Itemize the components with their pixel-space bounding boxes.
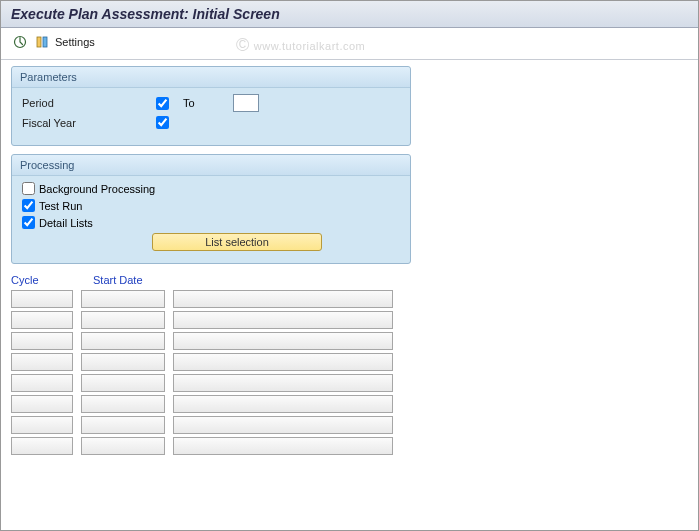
parameters-title: Parameters	[12, 67, 410, 88]
title-bar: Execute Plan Assessment: Initial Screen	[1, 1, 698, 28]
execute-icon[interactable]	[11, 33, 29, 51]
cycle-input[interactable]	[11, 290, 73, 308]
period-checkbox[interactable]	[156, 97, 169, 110]
page-title: Execute Plan Assessment: Initial Screen	[11, 6, 688, 22]
startdate-input[interactable]	[81, 437, 165, 455]
fiscal-year-label: Fiscal Year	[22, 117, 152, 129]
desc-input[interactable]	[173, 437, 393, 455]
cycle-input[interactable]	[11, 374, 73, 392]
desc-input[interactable]	[173, 353, 393, 371]
period-to-input[interactable]	[233, 94, 259, 112]
desc-input[interactable]	[173, 290, 393, 308]
processing-title: Processing	[12, 155, 410, 176]
svg-rect-2	[43, 37, 47, 47]
settings-icon[interactable]	[33, 33, 51, 51]
processing-group: Processing Background Processing Test Ru…	[11, 154, 411, 264]
testrun-checkbox[interactable]	[22, 199, 35, 212]
cycle-input[interactable]	[11, 332, 73, 350]
grid-body	[11, 290, 688, 455]
testrun-label: Test Run	[39, 200, 82, 212]
detail-row: Detail Lists	[22, 216, 400, 229]
cycle-input[interactable]	[11, 311, 73, 329]
startdate-input[interactable]	[81, 311, 165, 329]
table-row	[11, 416, 688, 434]
cycle-input[interactable]	[11, 353, 73, 371]
startdate-input[interactable]	[81, 395, 165, 413]
cycle-input[interactable]	[11, 395, 73, 413]
to-label: To	[183, 97, 195, 109]
table-row	[11, 437, 688, 455]
table-row	[11, 374, 688, 392]
desc-input[interactable]	[173, 332, 393, 350]
background-label: Background Processing	[39, 183, 155, 195]
desc-input[interactable]	[173, 416, 393, 434]
content-area: Parameters Period To Fiscal Year Process…	[1, 60, 698, 464]
table-row	[11, 311, 688, 329]
startdate-input[interactable]	[81, 374, 165, 392]
background-checkbox[interactable]	[22, 182, 35, 195]
parameters-group: Parameters Period To Fiscal Year	[11, 66, 411, 146]
desc-input[interactable]	[173, 395, 393, 413]
desc-input[interactable]	[173, 311, 393, 329]
table-row	[11, 332, 688, 350]
desc-input[interactable]	[173, 374, 393, 392]
detail-label: Detail Lists	[39, 217, 93, 229]
period-row: Period To	[22, 94, 400, 112]
list-selection-button[interactable]: List selection	[152, 233, 322, 251]
testrun-row: Test Run	[22, 199, 400, 212]
startdate-input[interactable]	[81, 416, 165, 434]
detail-checkbox[interactable]	[22, 216, 35, 229]
startdate-input[interactable]	[81, 353, 165, 371]
startdate-input[interactable]	[81, 290, 165, 308]
svg-rect-1	[37, 37, 41, 47]
cycle-header: Cycle	[11, 274, 73, 286]
background-row: Background Processing	[22, 182, 400, 195]
cycle-input[interactable]	[11, 416, 73, 434]
grid-headers: Cycle Start Date	[11, 272, 688, 290]
table-row	[11, 290, 688, 308]
toolbar: Settings	[1, 28, 698, 60]
table-row	[11, 353, 688, 371]
startdate-header: Start Date	[93, 274, 177, 286]
settings-label[interactable]: Settings	[55, 36, 95, 48]
table-row	[11, 395, 688, 413]
fiscal-year-checkbox[interactable]	[156, 116, 169, 129]
period-label: Period	[22, 97, 152, 109]
fiscal-year-row: Fiscal Year	[22, 116, 400, 129]
startdate-input[interactable]	[81, 332, 165, 350]
cycle-input[interactable]	[11, 437, 73, 455]
